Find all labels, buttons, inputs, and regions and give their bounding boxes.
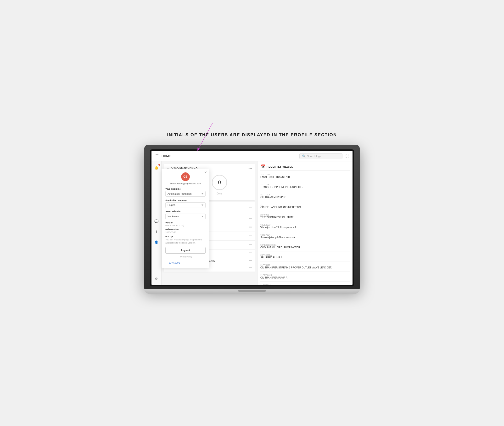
wo-dots[interactable]: ••• [249, 206, 252, 210]
recently-viewed-title: RECENTLY VIEWED [266, 165, 294, 168]
rv-name: COOLING OIL CIRC. PUMP MOTOR [260, 246, 350, 249]
profile-dropdown: ✕ CB cemal.bektas@cognitedata.com Your d… [161, 169, 210, 268]
rv-item[interactable]: 21PT1005 OIL TRANS MTRG PKG [260, 193, 350, 201]
laptop-outer: ☰ HOME 🔍 Search tags ⛶ 🔔 [144, 145, 360, 294]
rv-item[interactable]: J1 CRUDE HANDLING AND METERING [260, 204, 350, 211]
discipline-select[interactable]: Automation Technician [165, 191, 206, 197]
sidebar-icon-messages[interactable]: 💬 [153, 218, 160, 225]
rv-name: TRANSFER PIPELINE PIG LAUNCHER [260, 186, 350, 188]
profile-wo-dash: — [165, 262, 168, 264]
rv-name: OIL TRANSFER PUMP A [260, 276, 350, 279]
search-icon: 🔍 [302, 155, 306, 158]
rv-code: 21PT3113 [260, 264, 350, 266]
asset-select[interactable]: Ivar Aasen [165, 213, 206, 219]
profile-dot [158, 164, 160, 166]
rv-name: Smareoijetemp luftkompressor A [260, 236, 350, 239]
rv-code: 29PA0001A [260, 254, 350, 256]
wo-dots[interactable]: ••• [249, 234, 252, 238]
profile-email: cemal.bektas@cognitedata.com [165, 183, 206, 185]
release-value: 2020-03-13 [165, 231, 206, 234]
sidebar: 🔔 💬 ℹ 👤 ⚙ [152, 161, 161, 285]
rv-code: 21PT1019 [260, 173, 350, 176]
pro-tip-label: Pro Tip! [165, 235, 206, 238]
right-panel: 📅 RECENTLY VIEWED 21PT1019 LAUN TO OIL T… [257, 161, 352, 285]
rv-code: 50PE00018-M01 [260, 244, 350, 246]
rv-name: CRUDE HANDLING AND METERING [260, 206, 350, 209]
rv-code: J1 [260, 204, 350, 206]
asset-label: Asset selection [165, 210, 206, 213]
discipline-label: Your discipline [165, 188, 206, 190]
logout-button[interactable]: Log out [165, 247, 206, 254]
rv-code: 21CH1009 [260, 284, 350, 285]
rv-code: 20R0001 [260, 213, 350, 216]
rv-name: SRU FEED PUMP A [260, 256, 350, 259]
stat-item-done: 0 Done [212, 175, 227, 195]
area-card-dots[interactable]: ••• [248, 166, 252, 170]
rv-item[interactable]: 21PM00014 OIL TRANSFER PUMP A [260, 274, 350, 282]
app-header: ☰ HOME 🔍 Search tags ⛶ [152, 151, 352, 161]
language-select[interactable]: English [165, 202, 206, 208]
rv-code: 62VE3033 [260, 224, 350, 226]
rv-name: Vibrasjon trinn 2 luftkompressor A [260, 226, 350, 229]
privacy-policy-link[interactable]: Privacy Policy [165, 256, 206, 258]
app-title: HOME [161, 154, 299, 158]
rv-name: OIL TRANSFER STREAM 1 PROVER OUTLET VALV… [260, 266, 350, 269]
sidebar-icon-info[interactable]: ℹ [153, 228, 160, 235]
rv-code: 63TS73044 [260, 234, 350, 236]
rv-item[interactable]: 21PT1019 LAUN TO OIL TRANS LN B [260, 173, 350, 181]
rv-item[interactable]: 31PT1057 TRANSFER PIPELINE PIG LAUNCHER [260, 184, 350, 191]
pro-tip-text: You can reload any page to update the ap… [165, 238, 206, 244]
release-label: Release date [165, 228, 206, 231]
laptop-screen: ☰ HOME 🔍 Search tags ⛶ 🔔 [152, 151, 352, 285]
annotation-wrapper: ☰ HOME 🔍 Search tags ⛶ 🔔 [144, 145, 360, 294]
rv-code: 21PT1005 [260, 193, 350, 196]
sidebar-icon-settings[interactable]: ⚙ [153, 275, 160, 282]
language-label: Application language [165, 199, 206, 201]
header-search[interactable]: 🔍 Search tags [299, 153, 343, 159]
laptop-base [144, 289, 360, 294]
rv-item[interactable]: 50PE00018-M01 COOLING OIL CIRC. PUMP MOT… [260, 244, 350, 251]
menu-icon[interactable]: ☰ [155, 154, 159, 158]
rv-item[interactable]: 20R0001 TEST SEPARATOR OIL PUMP [260, 213, 350, 221]
app-main: 🔔 💬 ℹ 👤 ⚙ [152, 161, 352, 285]
search-placeholder: Search tags [307, 155, 340, 157]
profile-close-button[interactable]: ✕ [204, 170, 207, 174]
stat-circle-done: 0 [212, 175, 227, 190]
version-label: Version [165, 221, 206, 224]
profile-wo-code: 21VX0001 [169, 262, 180, 264]
wo-dots[interactable]: ••• [249, 226, 252, 229]
wo-dots[interactable]: ••• [249, 251, 252, 255]
recently-viewed-header: 📅 RECENTLY VIEWED [260, 164, 350, 170]
laptop-body: ☰ HOME 🔍 Search tags ⛶ 🔔 [144, 145, 360, 289]
rv-item[interactable]: 21CH1009 NPS8 DUAL PLATE CHECK VALVE , C… [260, 284, 350, 285]
wo-dots[interactable]: ••• [249, 259, 252, 262]
screen-bezel: ☰ HOME 🔍 Search tags ⛶ 🔔 [150, 149, 354, 286]
rv-item[interactable]: 62VE3033 Vibrasjon trinn 2 luftkompresso… [260, 224, 350, 231]
sidebar-icon-user[interactable]: 👤 [153, 239, 160, 246]
expand-icon[interactable]: ⛶ [345, 154, 349, 158]
rv-item[interactable]: 29PA0001A SRU FEED PUMP A [260, 254, 350, 262]
rv-name: LAUN TO OIL TRANS LN B [260, 176, 350, 178]
sidebar-profile-wrapper: 🔔 [153, 164, 160, 171]
version-value: 9550b3b5 (v4.13.0) [165, 224, 206, 227]
rv-item[interactable]: 21PT3113 OIL TRANSFER STREAM 1 PROVER OU… [260, 264, 350, 271]
rv-name: OIL TRANS MTRG PKG [260, 196, 350, 199]
annotation-title: INITIALS OF THE USERS ARE DISPLAYED IN T… [167, 132, 337, 137]
wo-dots[interactable]: ••• [249, 243, 252, 247]
stat-label-done: Done [217, 192, 222, 195]
wo-dots[interactable]: ••• [249, 217, 252, 220]
stat-number-done: 0 [218, 179, 221, 185]
rv-name: TEST SEPARATOR OIL PUMP [260, 216, 350, 219]
profile-wo-item[interactable]: — 21VX0001 [165, 260, 206, 264]
wo-dots[interactable]: ••• [249, 266, 252, 270]
rv-code: 21PM00014 [260, 274, 350, 276]
rv-item[interactable]: 63TS73044 Smareoijetemp luftkompressor A [260, 234, 350, 241]
profile-avatar: CB [181, 172, 190, 181]
calendar-icon: 📅 [260, 164, 265, 169]
rv-code: 31PT1057 [260, 184, 350, 186]
